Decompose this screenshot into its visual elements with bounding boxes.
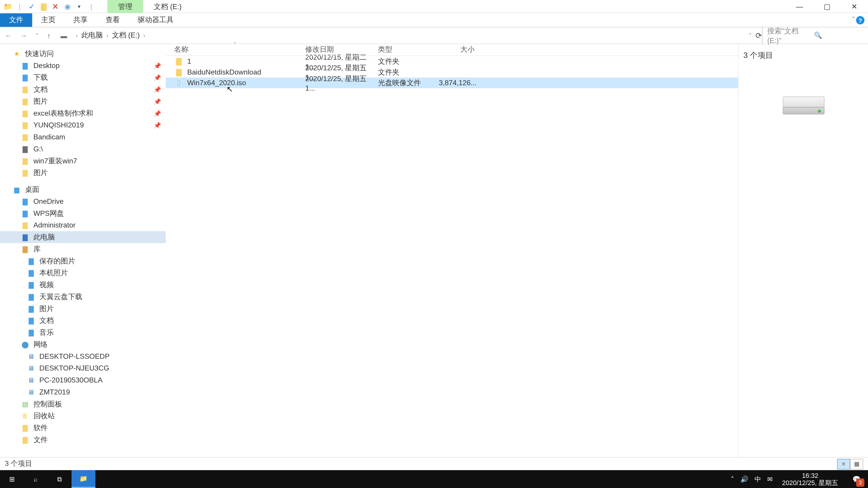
nav-control-panel[interactable]: ▤控制面板 [0,398,166,410]
nav-quick-access-item[interactable]: ▇Bandicam [0,131,166,143]
qat-folder-icon[interactable]: ▇ [38,1,49,11]
details-pane: 3 个项目 [738,44,868,457]
breadcrumb-segment[interactable]: 此电脑 [81,31,103,41]
nav-quick-access-item[interactable]: ▇G:\ [0,143,166,155]
ribbon-tab-drive-tools[interactable]: 驱动器工具 [129,13,182,27]
nav-library-item[interactable]: ▇图片 [0,303,166,315]
nav-quick-access-item[interactable]: ▇文档📌 [0,84,166,95]
view-thumbnails-button[interactable]: ▦ [850,458,863,469]
folder-icon: ▇ [174,57,184,66]
chevron-right-icon[interactable]: › [76,32,78,39]
nav-desktop-item[interactable]: ▇库 [0,243,166,255]
qat-icon-app[interactable]: 📁 [2,1,13,11]
view-details-button[interactable]: ≡ [837,458,850,469]
chevron-right-icon[interactable]: › [106,32,108,39]
refresh-icon[interactable]: ⟳ [755,31,762,40]
chevron-right-icon[interactable]: › [143,32,145,39]
onedrive-tray-icon[interactable]: ✉ [767,475,773,483]
qat-check-icon[interactable]: ✓ [26,1,37,11]
folder-icon: ▇ [20,73,30,82]
nav-back-button[interactable]: ← [5,31,12,39]
address-dropdown-icon[interactable]: ˅ [749,33,752,38]
nav-desktop-item[interactable]: ▇WPS网盘 [0,207,166,219]
tray-chevron-up-icon[interactable]: ˄ [731,475,735,483]
clock-time: 16:32 [782,472,838,479]
nav-library-item[interactable]: ▇天翼云盘下载 [0,291,166,303]
nav-forward-button[interactable]: → [20,31,28,39]
ribbon-tab-view[interactable]: 查看 [96,13,129,27]
column-date[interactable]: 修改日期 [305,45,378,55]
file-row[interactable]: ▯Win7x64_2020.iso2020/12/25, 星期五 1...光盘映… [166,77,738,88]
breadcrumb-bar[interactable]: ▬ › 此电脑 › 文档 (E:) › [55,31,749,41]
search-box[interactable]: 搜索"文档 (E:)" 🔍 [762,26,863,45]
minimize-button[interactable]: — [786,0,813,13]
file-type: 文件夹 [378,67,439,77]
nav-quick-access[interactable]: ★快速访问 [0,48,166,60]
start-button[interactable]: ⊞ [0,470,24,488]
clock[interactable]: 16:32 2020/12/25, 星期五 [778,472,842,486]
nav-quick-access-item[interactable]: ▇下载📌 [0,71,166,84]
nav-desktop-item[interactable]: ▇Administrator [0,219,166,231]
qat-app-icon[interactable]: ◉ [62,1,72,11]
library-icon: ▇ [26,293,36,301]
taskbar[interactable]: ⊞ ⌕ ⧉ 📁 ˄ 🔊 中 ✉ 16:32 2020/12/25, 星期五 💬3 [0,470,868,488]
nav-library-item[interactable]: ▇保存的图片 [0,255,166,267]
nav-quick-access-item[interactable]: ▇Desktop📌 [0,60,166,72]
qat-close-icon[interactable]: ✕ [50,1,61,11]
file-list-pane[interactable]: ˄ 名称 修改日期 类型 大小 ▇12020/12/15, 星期二 1...文件… [166,44,738,457]
folder-icon: ▇ [20,121,30,129]
column-headers[interactable]: ˄ 名称 修改日期 类型 大小 [166,44,738,56]
nav-network-item[interactable]: 🖥DESKTOP-LSSOEDP [0,350,166,362]
taskbar-explorer[interactable]: 📁 [71,470,95,488]
nav-desktop[interactable]: ▆桌面 [0,184,166,195]
help-icon[interactable]: ? [856,16,864,24]
nav-desktop-item[interactable]: ▇此电脑 [0,231,166,243]
search-icon[interactable]: 🔍 [814,32,863,39]
qat-dropdown-icon[interactable]: ▾ [74,1,85,11]
nav-software[interactable]: ▇软件 [0,422,166,434]
maximize-button[interactable]: ▢ [813,0,840,13]
column-size[interactable]: 大小 [439,45,474,55]
nav-quick-access-item[interactable]: ▇excel表格制作求和📌 [0,107,166,119]
pin-icon: 📌 [154,74,161,80]
nav-recycle-bin[interactable]: 🗑回收站 [0,410,166,422]
folder-icon: ▇ [20,61,30,70]
volume-icon[interactable]: 🔊 [740,475,749,483]
navigation-pane[interactable]: ★快速访问 ▇Desktop📌▇下载📌▇文档📌▇图片📌▇excel表格制作求和📌… [0,44,166,457]
ribbon-tab-file[interactable]: 文件 [0,13,32,27]
ime-indicator[interactable]: 中 [754,475,761,484]
nav-library-item[interactable]: ▇文档 [0,315,166,327]
file-icon: ▯ [174,78,184,87]
nav-library-item[interactable]: ▇音乐 [0,326,166,338]
nav-library-item[interactable]: ▇视频 [0,279,166,291]
nav-history-dropdown[interactable]: ˅ [36,33,39,38]
nav-quick-access-item[interactable]: ▇图片 [0,167,166,179]
breadcrumb-segment[interactable]: 文档 (E:) [112,31,140,41]
nav-quick-access-item[interactable]: ▇图片📌 [0,95,166,107]
column-name[interactable]: 名称 [174,45,305,55]
collapse-ribbon-icon[interactable]: ˅ [852,16,855,23]
nav-network-item[interactable]: 🖥PC-20190530OBLA [0,374,166,386]
nav-network-item[interactable]: 🖥DESKTOP-NJEU3CG [0,362,166,375]
nav-quick-access-item[interactable]: ▇win7重装win7 [0,155,166,167]
nav-network[interactable]: ⬤网络 [0,338,166,350]
file-row[interactable]: ▇BaiduNetdiskDownload2020/12/25, 星期五 1..… [166,67,738,77]
contextual-tab-manage[interactable]: 管理 [107,0,143,13]
action-center-button[interactable]: 💬3 [848,470,866,488]
nav-quick-access-item[interactable]: ▇YUNQISHI2019📌 [0,119,166,131]
nav-desktop-item[interactable]: ▇OneDrive [0,195,166,207]
nav-network-item[interactable]: 🖥ZMT2019 [0,386,166,398]
task-view-button[interactable]: ⧉ [48,470,71,488]
column-type[interactable]: 类型 [378,45,439,55]
nav-files[interactable]: ▇文件 [0,434,166,446]
file-row[interactable]: ▇12020/12/15, 星期二 1...文件夹 [166,56,738,67]
notification-badge: 3 [856,479,864,487]
ribbon-tab-home[interactable]: 主页 [32,13,64,27]
nav-up-button[interactable]: ↑ [47,31,51,39]
computer-icon: 🖥 [26,352,36,361]
item-icon: ▇ [20,233,30,241]
search-button[interactable]: ⌕ [24,470,48,488]
ribbon-tab-share[interactable]: 共享 [64,13,96,27]
close-button[interactable]: ✕ [841,0,868,13]
nav-library-item[interactable]: ▇本机照片 [0,267,166,279]
